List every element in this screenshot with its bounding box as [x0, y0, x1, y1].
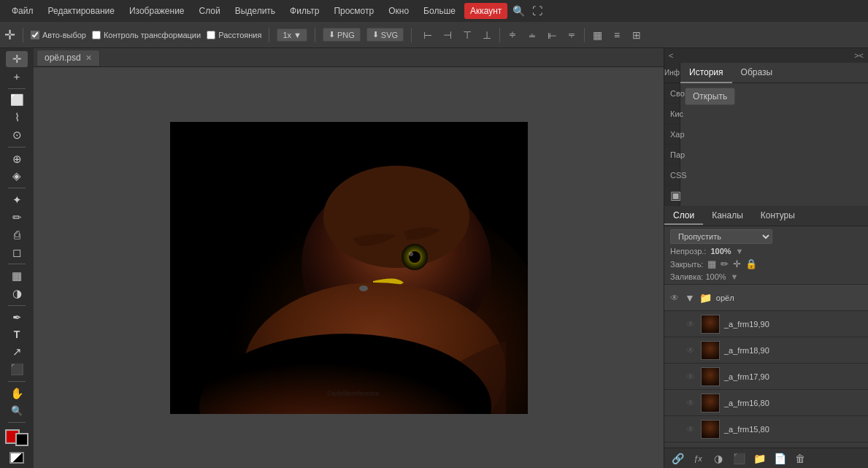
- fill-label: Заливка: 100%: [670, 272, 726, 281]
- align-left-icon[interactable]: ⊢: [419, 26, 437, 44]
- blend-mode-select[interactable]: Пропустить: [670, 229, 772, 244]
- side-img[interactable]: ▣: [664, 185, 680, 206]
- maximize-icon[interactable]: ⛶: [529, 3, 545, 19]
- distribute-h-icon[interactable]: ⫩: [504, 26, 521, 44]
- lasso-tool-btn[interactable]: ⌇: [6, 110, 28, 126]
- layer-frm17[interactable]: 👁 _a_frm17,90: [664, 364, 868, 390]
- layer-delete-btn[interactable]: 🗑: [793, 451, 807, 466]
- tab-close-btn[interactable]: ✕: [85, 53, 92, 63]
- canvas-align-icon[interactable]: ▦: [588, 26, 606, 44]
- text-tool-btn[interactable]: T: [6, 326, 28, 342]
- menu-image[interactable]: Изображение: [123, 3, 191, 19]
- menu-view[interactable]: Просмотр: [328, 3, 380, 19]
- menu-select[interactable]: Выделить: [229, 3, 281, 19]
- menu-more[interactable]: Больше: [418, 3, 461, 19]
- search-icon[interactable]: 🔍: [510, 3, 526, 19]
- menu-filter[interactable]: Фильтр: [284, 3, 325, 19]
- distribute-v-icon[interactable]: ⫨: [523, 26, 541, 44]
- three-bar-icon[interactable]: ≡: [608, 26, 626, 44]
- layer-vis-frm17[interactable]: 👁: [685, 371, 696, 383]
- history-open-button[interactable]: Открыть: [685, 88, 735, 105]
- autofill-checkbox[interactable]: [31, 31, 39, 39]
- fill-arrow[interactable]: ▼: [731, 272, 739, 281]
- svg-btn[interactable]: ⬇ SVG: [366, 28, 404, 42]
- layer-group-btn[interactable]: 📁: [752, 451, 767, 466]
- eraser-tool-btn[interactable]: ◻: [6, 245, 28, 261]
- history-tab[interactable]: История: [680, 63, 732, 83]
- side-kis[interactable]: Кис: [664, 104, 680, 124]
- layer-frm15[interactable]: 👁 _a_frm15,80: [664, 416, 868, 442]
- layer-list[interactable]: 👁 ▼ 📁 орёл 👁 _a_frm19,90 👁: [664, 285, 868, 448]
- layer-frm16[interactable]: 👁 _a_frm16,80: [664, 390, 868, 416]
- zoom-tool-btn[interactable]: 🔍: [6, 403, 28, 419]
- side-svo[interactable]: Сво: [664, 83, 680, 104]
- brush-tool-btn[interactable]: ✏: [6, 210, 28, 226]
- blur-tool-btn[interactable]: ◑: [6, 285, 28, 302]
- transform-checkbox[interactable]: [92, 31, 101, 39]
- menu-account[interactable]: Аккаунт: [464, 3, 507, 19]
- layer-vis-frm16[interactable]: 👁: [685, 397, 696, 409]
- pen-tool-btn[interactable]: ✒: [6, 310, 28, 326]
- layer-vis-frm18[interactable]: 👁: [685, 345, 696, 356]
- paths-tab[interactable]: Контуры: [752, 207, 804, 225]
- align-center-h-icon[interactable]: ⊣: [439, 26, 456, 44]
- patterns-tab[interactable]: Образы: [732, 63, 782, 83]
- lock-position-icon[interactable]: ✛: [733, 258, 741, 269]
- color-swatches[interactable]: [5, 429, 28, 446]
- background-color[interactable]: [15, 433, 28, 446]
- layer-expand-icon[interactable]: ▼: [685, 292, 695, 304]
- zoom-selector[interactable]: 1x ▼: [277, 28, 307, 42]
- menu-layer[interactable]: Слой: [193, 3, 226, 19]
- side-css[interactable]: CSS: [664, 165, 680, 185]
- spot-heal-tool-btn[interactable]: ✦: [6, 192, 28, 208]
- side-par[interactable]: Пар: [664, 145, 680, 165]
- layer-frm18[interactable]: 👁 _a_frm18,90: [664, 337, 868, 364]
- layer-group-eagle[interactable]: 👁 ▼ 📁 орёл: [664, 285, 868, 311]
- gradient-tool-btn[interactable]: ▦: [6, 268, 28, 284]
- panel-collapse-left[interactable]: <: [669, 51, 673, 60]
- opacity-arrow[interactable]: ▼: [736, 247, 744, 256]
- document-tab[interactable]: орёл.psd ✕: [37, 50, 100, 66]
- layer-vis-frm15[interactable]: 👁: [685, 423, 696, 435]
- layer-vis-frm19[interactable]: 👁: [685, 318, 696, 330]
- lock-all-icon[interactable]: 🔒: [745, 258, 757, 269]
- png-btn[interactable]: ⬇ PNG: [323, 28, 361, 42]
- opacity-fill-row: Непрозр.: 100% ▼: [670, 247, 862, 256]
- menu-edit[interactable]: Редактирование: [42, 3, 120, 19]
- layer-frm19[interactable]: 👁 _a_frm19,90: [664, 311, 868, 337]
- move-tool-btn[interactable]: ✛: [6, 51, 28, 67]
- layer-vis-eagle[interactable]: 👁: [669, 292, 680, 304]
- panel-collapse-right[interactable]: ><: [854, 51, 864, 60]
- align-top-icon[interactable]: ⊥: [478, 26, 496, 44]
- clone-tool-btn[interactable]: ⎙: [6, 227, 28, 243]
- lock-paint-icon[interactable]: ✏: [721, 258, 729, 269]
- distribute-center-h-icon[interactable]: ⫦: [543, 26, 561, 44]
- distribute-center-v-icon[interactable]: ⫧: [563, 26, 580, 44]
- canvas-container[interactable]: ©wildlifereference: [34, 67, 664, 468]
- layer-mask-btn[interactable]: ◑: [711, 451, 726, 466]
- lock-transparency-icon[interactable]: ▦: [707, 258, 716, 269]
- crop-tool-btn[interactable]: ⊕: [6, 151, 28, 167]
- distance-checkbox[interactable]: [207, 31, 215, 39]
- align-right-icon[interactable]: ⊤: [458, 26, 476, 44]
- rect-select-tool-btn[interactable]: ⬜: [6, 92, 28, 108]
- menu-file[interactable]: Файл: [6, 3, 39, 19]
- layer-fx-btn[interactable]: ƒx: [691, 451, 705, 466]
- quick-select-tool-btn[interactable]: ⊙: [6, 127, 28, 143]
- side-label-inf[interactable]: Инф: [664, 63, 680, 83]
- path-select-tool-btn[interactable]: ↗: [6, 344, 28, 360]
- layer-adjustment-btn[interactable]: ⬛: [731, 451, 746, 466]
- default-colors-icon[interactable]: [9, 452, 24, 464]
- move-tool-icon[interactable]: ✛: [4, 27, 15, 43]
- extra-icon[interactable]: ⊞: [628, 26, 645, 44]
- layers-tab[interactable]: Слои: [664, 207, 703, 225]
- layer-new-btn[interactable]: 📄: [772, 451, 787, 466]
- side-har[interactable]: Хар: [664, 124, 680, 145]
- menu-window[interactable]: Окно: [383, 3, 415, 19]
- artboard-tool-btn[interactable]: +: [6, 69, 28, 85]
- layer-link-btn[interactable]: 🔗: [670, 451, 685, 466]
- channels-tab[interactable]: Каналы: [703, 207, 752, 225]
- eyedropper-tool-btn[interactable]: ◈: [6, 169, 28, 185]
- shape-tool-btn[interactable]: ⬛: [6, 361, 28, 377]
- hand-tool-btn[interactable]: ✋: [6, 385, 28, 402]
